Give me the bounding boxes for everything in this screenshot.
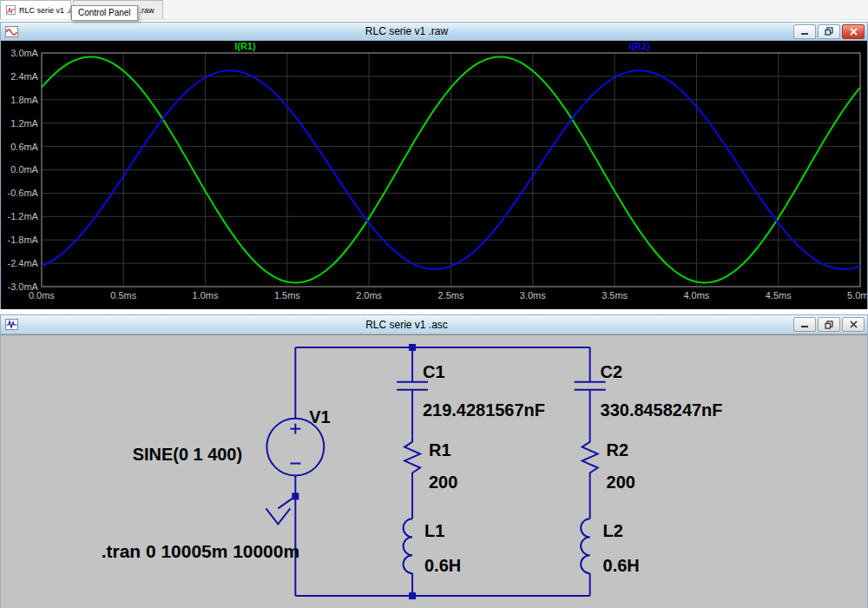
wave-restore-button[interactable] [818, 24, 840, 39]
legend-I(R2)[interactable]: I(R2) [628, 41, 650, 51]
inductor-l1-symbol[interactable] [404, 519, 412, 573]
schematic-minimize-button[interactable] [793, 317, 816, 332]
legend-I(R1)[interactable]: I(R1) [234, 41, 256, 51]
x-tick-label: 4.0ms [683, 290, 709, 301]
waveform-window: RLC serie v1 .raw 0.0ms0.5ms1.0ms1.5ms2.… [0, 22, 868, 309]
waveform-plot-area[interactable]: 0.0ms0.5ms1.0ms1.5ms2.0ms2.5ms3.0ms3.5ms… [1, 41, 867, 309]
waveform-window-icon [5, 26, 18, 37]
component-value-r1[interactable]: 200 [429, 473, 457, 492]
component-value-l2[interactable]: 0.6H [603, 556, 640, 575]
y-tick-label: -1.2mA [8, 211, 39, 221]
x-tick-label: 0.5ms [110, 290, 136, 301]
waveform-plot-canvas[interactable]: 0.0ms0.5ms1.0ms1.5ms2.0ms2.5ms3.0ms3.5ms… [1, 41, 867, 309]
component-label-l1[interactable]: L1 [424, 521, 444, 540]
ground-symbol[interactable] [266, 508, 290, 524]
close-icon [850, 28, 858, 36]
component-value-c1[interactable]: 219.4281567nF [423, 400, 545, 420]
component-label-c1[interactable]: C1 [423, 362, 445, 381]
schematic-restore-button[interactable] [818, 317, 840, 332]
component-label-r1[interactable]: R1 [429, 440, 451, 459]
schematic-window-title: RLC serie v1 .asc [22, 319, 792, 331]
schematic-window: RLC serie v1 .asc [0, 314, 868, 608]
schematic-canvas[interactable]: V1 SINE(0 1 400) C1 219.4281567nF R1 200… [1, 335, 867, 608]
component-value-l1[interactable]: 0.6H [424, 556, 461, 575]
y-tick-label: 0.6mA [10, 142, 38, 152]
inductor-l2-symbol[interactable] [581, 519, 589, 573]
x-tick-label: 1.5ms [274, 290, 300, 301]
schematic-titlebar[interactable]: RLC serie v1 .asc [1, 315, 867, 334]
minimize-icon [800, 28, 809, 36]
y-tick-label: 0.0mA [10, 164, 38, 175]
y-tick-label: -0.6mA [8, 188, 39, 198]
tab-schematic-label: RLC serie v1 .asc [19, 6, 71, 15]
y-tick-label: 2.4mA [10, 71, 38, 82]
restore-icon [825, 27, 833, 36]
x-tick-label: 5.0ms [847, 290, 867, 301]
junction-node [409, 344, 416, 351]
component-label-r2[interactable]: R2 [607, 440, 629, 459]
wave-close-button[interactable] [842, 24, 865, 39]
schematic-tab-icon [6, 5, 16, 15]
component-value-r2[interactable]: 200 [607, 473, 635, 492]
schematic-canvas-area[interactable]: V1 SINE(0 1 400) C1 219.4281567nF R1 200… [1, 334, 867, 608]
control-panel-tooltip: Control Panel [71, 5, 138, 21]
component-value-v1[interactable]: SINE(0 1 400) [133, 445, 242, 464]
x-tick-label: 2.0ms [356, 290, 382, 301]
schematic-window-icon [5, 319, 18, 330]
component-label-l2[interactable]: L2 [603, 521, 623, 540]
resistor-r2-symbol[interactable] [582, 437, 598, 479]
resistor-r1-symbol[interactable] [404, 437, 420, 479]
wave-minimize-button[interactable] [793, 24, 816, 39]
close-icon [850, 321, 858, 328]
x-tick-label: 4.5ms [766, 290, 792, 301]
tab-schematic[interactable]: RLC serie v1 .asc [0, 0, 71, 19]
component-value-c2[interactable]: 330.8458247nF [601, 400, 723, 420]
minimize-icon [800, 321, 809, 328]
restore-icon [825, 321, 833, 329]
y-tick-label: 3.0mA [10, 48, 38, 58]
x-tick-label: 1.0ms [193, 290, 219, 301]
y-tick-label: -1.8mA [8, 235, 39, 245]
junction-node [292, 492, 299, 499]
waveform-window-title: RLC serie v1 .raw [22, 25, 792, 37]
spice-directive[interactable]: .tran 0 10005m 10000m [102, 541, 299, 561]
y-tick-label: 1.2mA [10, 118, 38, 129]
x-tick-label: 2.5ms [438, 290, 464, 301]
x-tick-label: 3.0ms [520, 290, 546, 301]
component-label-v1[interactable]: V1 [309, 407, 330, 426]
waveform-titlebar[interactable]: RLC serie v1 .raw [1, 23, 867, 41]
y-tick-label: -2.4mA [8, 258, 39, 268]
y-tick-label: 1.8mA [10, 95, 38, 105]
junction-node [409, 592, 416, 599]
x-tick-label: 3.5ms [602, 290, 628, 301]
y-tick-label: -3.0mA [8, 281, 39, 292]
component-label-c2[interactable]: C2 [601, 362, 623, 381]
schematic-close-button[interactable] [842, 317, 865, 332]
